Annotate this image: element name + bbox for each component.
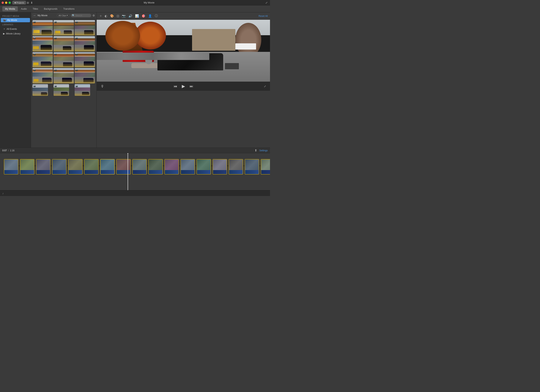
- clip-thumb-3: [36, 159, 50, 170]
- inspector-toolbar: ✧ ◐ 🎨 ⊡ 📷 🔊 📊 🎯 👤 ⓘ Reset All: [97, 12, 270, 20]
- thumb-camera-icon-8: 📷: [55, 53, 57, 55]
- stabilize-icon[interactable]: 🎯: [141, 14, 146, 18]
- minimize-button[interactable]: [5, 1, 7, 4]
- timeline-clip-7[interactable]: [100, 159, 115, 175]
- microphone-button[interactable]: 🎙: [100, 84, 104, 88]
- fullscreen-icon[interactable]: ⤢: [265, 1, 269, 5]
- play-button[interactable]: ▶: [182, 84, 185, 89]
- close-button[interactable]: [1, 1, 4, 4]
- tab-my-media[interactable]: My Media: [2, 6, 18, 11]
- info-icon[interactable]: ⓘ: [154, 14, 158, 18]
- timeline-clip-17[interactable]: [261, 159, 270, 175]
- sidebar: PROJECT MEDIA 🎬 My Movie LIBRARIES ＋ All…: [0, 12, 31, 148]
- clip-connector-7: [115, 166, 116, 166]
- preview-controls: 🎙 ⏮ ▶ ⏭ ⤢: [97, 82, 270, 91]
- expand-button[interactable]: ⤢: [264, 85, 266, 88]
- sidebar-toggle-button[interactable]: ▭: [32, 14, 36, 17]
- color-icon[interactable]: 🎨: [110, 14, 114, 18]
- go-to-end-button[interactable]: ⏭: [190, 84, 193, 88]
- clip-connector-10: [163, 166, 164, 166]
- clip-track: [0, 159, 270, 176]
- speed-icon[interactable]: 📊: [135, 14, 139, 18]
- maximize-button[interactable]: [9, 1, 11, 4]
- clip-connector-4: [66, 166, 68, 166]
- media-thumb-3[interactable]: 📷: [75, 20, 95, 35]
- timeline-clip-16[interactable]: [245, 159, 259, 175]
- crop-icon[interactable]: ⊡: [116, 14, 120, 18]
- search-input[interactable]: [75, 14, 90, 17]
- timeline-clip-9[interactable]: [132, 159, 147, 175]
- timeline-clip-13[interactable]: [196, 159, 211, 175]
- all-clips-filter[interactable]: All Clips ▾: [57, 14, 70, 17]
- timeline-clip-2[interactable]: [20, 159, 35, 175]
- clip-thumb-1: [4, 159, 18, 170]
- media-thumb-6[interactable]: 📷: [75, 36, 95, 51]
- clip-connector-8: [131, 166, 132, 166]
- timeline-settings-button[interactable]: Settings: [259, 149, 268, 152]
- reset-all-button[interactable]: Reset All: [259, 15, 268, 17]
- camera-icon[interactable]: 📷: [121, 14, 126, 18]
- media-thumb-15[interactable]: 📷: [75, 84, 90, 96]
- media-thumb-12[interactable]: 📷: [75, 68, 95, 83]
- settings-gear-icon[interactable]: ⚙: [92, 14, 95, 17]
- libraries-label: LIBRARIES: [0, 22, 31, 26]
- projects-button[interactable]: ◀ Projects: [12, 1, 26, 5]
- person-icon[interactable]: 👤: [148, 14, 152, 18]
- media-grid-inner: 📷 📷: [32, 20, 95, 96]
- tab-audio[interactable]: Audio: [18, 6, 30, 11]
- timeline-clip-11[interactable]: [164, 159, 179, 175]
- total-duration: 1:16: [10, 149, 14, 152]
- search-box[interactable]: 🔍: [71, 14, 91, 17]
- tab-bar: My Media Audio Titles Backgrounds Transi…: [0, 5, 270, 12]
- sidebar-item-all-events[interactable]: ＋ All Events: [1, 26, 30, 31]
- clip-thumb-12: [181, 159, 195, 170]
- media-thumb-9[interactable]: 📷: [75, 52, 95, 68]
- timeline-clip-14[interactable]: [213, 159, 227, 175]
- timeline-clip-5[interactable]: [68, 159, 83, 175]
- media-thumb-2[interactable]: 📷: [54, 20, 74, 35]
- sidebar-item-my-movie[interactable]: 🎬 My Movie: [1, 18, 30, 22]
- clip-connector-5: [83, 166, 84, 166]
- media-thumb-11[interactable]: 📷: [54, 68, 74, 83]
- title-bar: ◀ Projects ⊞ ⬇ My Movie ⤢: [0, 0, 270, 5]
- media-thumb-1[interactable]: 📷: [32, 20, 53, 35]
- timeline-playhead: [128, 153, 128, 190]
- timeline-track-area[interactable]: [0, 153, 270, 190]
- media-thumb-4[interactable]: 📷: [32, 36, 53, 51]
- color-balance-icon[interactable]: ◐: [104, 14, 108, 18]
- clip-thumb-10: [149, 159, 162, 170]
- media-thumb-8[interactable]: 📷: [54, 52, 74, 68]
- timeline-clip-10[interactable]: [148, 159, 163, 175]
- timeline-clip-4[interactable]: [52, 159, 66, 175]
- thumb-camera-icon-6: 📷: [76, 37, 78, 39]
- audio-icon[interactable]: 🔊: [128, 14, 133, 18]
- timeline-clip-3[interactable]: [36, 159, 50, 175]
- timeline-clip-8[interactable]: [116, 159, 131, 175]
- main-content: PROJECT MEDIA 🎬 My Movie LIBRARIES ＋ All…: [0, 12, 270, 148]
- clip-bottom-11: [165, 170, 179, 175]
- clip-connector-15: [243, 166, 245, 166]
- timeline-clip-6[interactable]: [84, 159, 99, 175]
- thumb-camera-icon-1: 📷: [34, 21, 35, 23]
- go-to-beginning-button[interactable]: ⏮: [174, 84, 177, 88]
- media-thumb-14[interactable]: 📷: [54, 84, 69, 96]
- media-thumb-13[interactable]: 📷: [32, 84, 48, 96]
- media-thumb-5[interactable]: 📷: [54, 36, 74, 51]
- timeline-clip-12[interactable]: [180, 159, 195, 175]
- bottom-bar: ♪: [0, 190, 270, 196]
- timeline-clip-1[interactable]: [4, 159, 18, 175]
- tab-titles[interactable]: Titles: [30, 6, 41, 11]
- timeline-clip-15[interactable]: [229, 159, 243, 175]
- clip-bottom-3: [36, 170, 50, 175]
- browser-panel: ▭ My Movie All Clips ▾ 🔍 ⚙: [31, 12, 97, 148]
- media-thumb-7[interactable]: 📷: [32, 52, 53, 68]
- down-arrow-icon[interactable]: ⬇: [30, 1, 34, 5]
- film-icon: 🎬: [3, 19, 6, 21]
- media-thumb-10[interactable]: 📷: [32, 68, 53, 83]
- tab-backgrounds[interactable]: Backgrounds: [41, 6, 60, 11]
- magic-wand-icon[interactable]: ✧: [99, 14, 102, 18]
- tab-transitions[interactable]: Transitions: [60, 6, 77, 11]
- clip-thumb-4: [52, 159, 66, 170]
- layout-icon[interactable]: ⊞: [26, 1, 30, 5]
- sidebar-item-imovie-library[interactable]: ▶ iMovie Library: [1, 31, 30, 36]
